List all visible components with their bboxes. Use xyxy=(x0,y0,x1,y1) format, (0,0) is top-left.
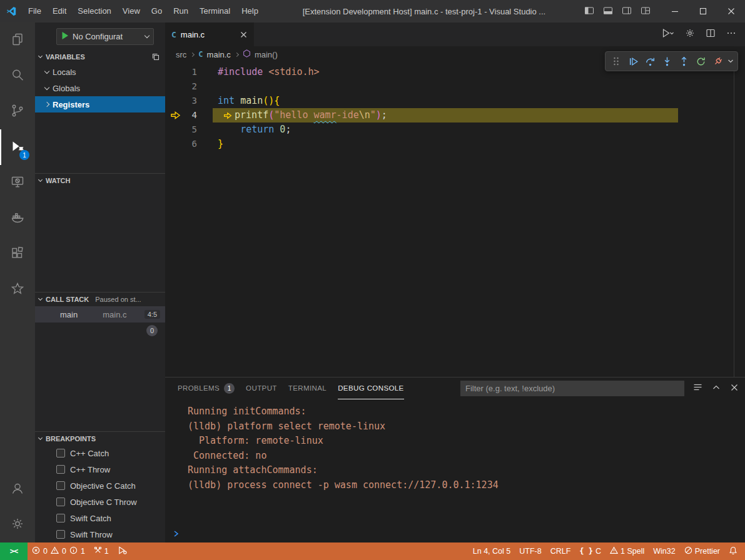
copy-icon[interactable] xyxy=(151,52,160,61)
breakpoint-objective-c-throw[interactable]: Objective C Throw xyxy=(35,494,165,510)
minimize-button[interactable] xyxy=(661,0,689,22)
activity-account[interactable] xyxy=(0,471,35,507)
maximize-button[interactable] xyxy=(689,0,717,22)
customize-layout-icon[interactable] xyxy=(641,6,651,18)
toggle-primary-sidebar-icon[interactable] xyxy=(584,6,594,18)
call-stack-section-header[interactable]: CALL STACK Paused on st... xyxy=(35,292,165,306)
breakpoint-checkbox[interactable] xyxy=(56,514,65,522)
code-line-2[interactable]: 2 xyxy=(165,79,745,94)
breakpoint-objective-c-catch[interactable]: Objective C Catch xyxy=(35,478,165,494)
step-into-icon[interactable] xyxy=(659,52,675,70)
tools-status[interactable]: 1 xyxy=(89,542,113,560)
breadcrumb-symbol[interactable]: main() xyxy=(255,50,278,59)
variables-section-header[interactable]: VARIABLES xyxy=(35,50,165,64)
variables-item-locals[interactable]: Locals xyxy=(35,64,165,80)
menu-run[interactable]: Run xyxy=(168,0,194,22)
code-line-3[interactable]: 3int main(){ xyxy=(165,94,745,108)
gutter[interactable]: 2 xyxy=(165,79,218,94)
breakpoint-checkbox[interactable] xyxy=(56,498,65,506)
remote-indicator[interactable]: >< xyxy=(0,542,28,560)
toggle-secondary-sidebar-icon[interactable] xyxy=(622,6,632,18)
console-filter-input[interactable] xyxy=(460,381,684,396)
breakpoint-checkbox[interactable] xyxy=(56,465,65,474)
activity-extensions[interactable] xyxy=(0,236,35,272)
menu-edit[interactable]: Edit xyxy=(47,0,72,22)
formatter-status[interactable]: Prettier xyxy=(680,542,724,560)
close-panel-icon[interactable] xyxy=(730,383,739,394)
eol-status[interactable]: CRLF xyxy=(546,542,575,560)
continue-icon[interactable] xyxy=(625,52,641,70)
menu-help[interactable]: Help xyxy=(236,0,264,22)
breakpoint-c-catch[interactable]: C++ Catch xyxy=(35,445,165,461)
activity-docker[interactable] xyxy=(0,201,35,236)
cursor-position[interactable]: Ln 4, Col 5 xyxy=(469,542,515,560)
breakpoint-checkbox[interactable] xyxy=(56,481,65,490)
spell-status[interactable]: 1 Spell xyxy=(606,542,649,560)
panel-tab-problems[interactable]: PROBLEMS1 xyxy=(178,378,235,399)
activity-settings[interactable] xyxy=(0,507,35,542)
more-actions-icon[interactable] xyxy=(726,28,736,41)
panel-tab-output[interactable]: OUTPUT xyxy=(246,378,277,399)
line-number: 4 xyxy=(192,108,197,122)
menu-selection[interactable]: Selection xyxy=(72,0,116,22)
gutter[interactable]: 5 xyxy=(165,122,218,137)
console-line: Running initCommands: xyxy=(188,404,745,419)
editor-gear-icon[interactable] xyxy=(685,28,695,41)
close-window-button[interactable] xyxy=(717,0,745,22)
debug-status[interactable] xyxy=(113,542,131,560)
breakpoint-c-throw[interactable]: C++ Throw xyxy=(35,461,165,478)
watch-section-header[interactable]: WATCH xyxy=(35,174,165,188)
tab-main-c[interactable]: C main.c xyxy=(165,22,254,46)
activity-explorer[interactable] xyxy=(0,22,35,58)
activity-run-debug[interactable]: 1 xyxy=(0,129,35,165)
run-or-debug-icon[interactable] xyxy=(662,28,674,41)
code-line-6[interactable]: 6} xyxy=(165,137,745,151)
menu-view[interactable]: View xyxy=(117,0,146,22)
activity-source-control[interactable] xyxy=(0,94,35,129)
menu-go[interactable]: Go xyxy=(146,0,168,22)
breakpoint-swift-catch[interactable]: Swift Catch xyxy=(35,510,165,526)
stack-frame-row[interactable]: main main.c 4:5 xyxy=(35,306,165,322)
gutter[interactable]: 4 xyxy=(165,108,218,122)
language-mode[interactable]: { } C xyxy=(575,542,606,560)
variables-item-registers[interactable]: Registers xyxy=(35,96,165,112)
code-line-4[interactable]: 4 printf("hello wamr-ide\n"); xyxy=(165,108,745,122)
gutter[interactable]: 6 xyxy=(165,137,218,151)
variables-item-globals[interactable]: Globals xyxy=(35,80,165,96)
encoding-status[interactable]: UTF-8 xyxy=(515,542,545,560)
output-options-icon[interactable] xyxy=(693,382,702,394)
activity-remote-explorer[interactable] xyxy=(0,165,35,201)
maximize-panel-icon[interactable] xyxy=(712,383,721,394)
panel-tab-terminal[interactable]: TERMINAL xyxy=(288,378,327,399)
breadcrumb-file[interactable]: main.c xyxy=(207,50,231,59)
gutter[interactable]: 1 xyxy=(165,65,218,79)
breakpoints-section-header[interactable]: BREAKPOINTS xyxy=(35,432,165,445)
step-out-icon[interactable] xyxy=(676,52,692,70)
platform-status[interactable]: Win32 xyxy=(649,542,679,560)
panel-tab-debug-console[interactable]: DEBUG CONSOLE xyxy=(338,378,404,399)
debug-config-dropdown[interactable]: No Configurat xyxy=(56,28,154,45)
activity-favorites[interactable] xyxy=(0,272,35,308)
restart-icon[interactable] xyxy=(692,52,709,70)
step-over-icon[interactable] xyxy=(642,52,658,70)
notifications[interactable] xyxy=(724,542,745,560)
split-editor-icon[interactable] xyxy=(706,28,716,41)
console-input-row[interactable] xyxy=(165,525,745,542)
breakpoint-swift-throw[interactable]: Swift Throw xyxy=(35,526,165,542)
code-line-5[interactable]: 5 return 0; xyxy=(165,122,745,137)
toggle-panel-icon[interactable] xyxy=(603,6,613,18)
toolbar-drag-handle[interactable] xyxy=(608,52,624,70)
toolbar-chevron-down-icon[interactable] xyxy=(726,58,735,64)
activity-search[interactable] xyxy=(0,58,35,94)
code-editor[interactable]: 1#include <stdio.h>23int main(){4 printf… xyxy=(165,62,745,377)
menu-file[interactable]: File xyxy=(23,0,47,22)
menu-terminal[interactable]: Terminal xyxy=(194,0,236,22)
disconnect-icon[interactable] xyxy=(709,52,726,70)
breakpoint-checkbox[interactable] xyxy=(56,449,65,458)
close-tab-icon[interactable] xyxy=(240,31,248,39)
breadcrumb-folder[interactable]: src xyxy=(176,50,186,59)
start-debugging-icon[interactable] xyxy=(61,31,69,42)
gutter[interactable]: 3 xyxy=(165,94,218,108)
problems-status[interactable]: 0 0 1 xyxy=(28,542,89,560)
breakpoint-checkbox[interactable] xyxy=(56,530,65,539)
